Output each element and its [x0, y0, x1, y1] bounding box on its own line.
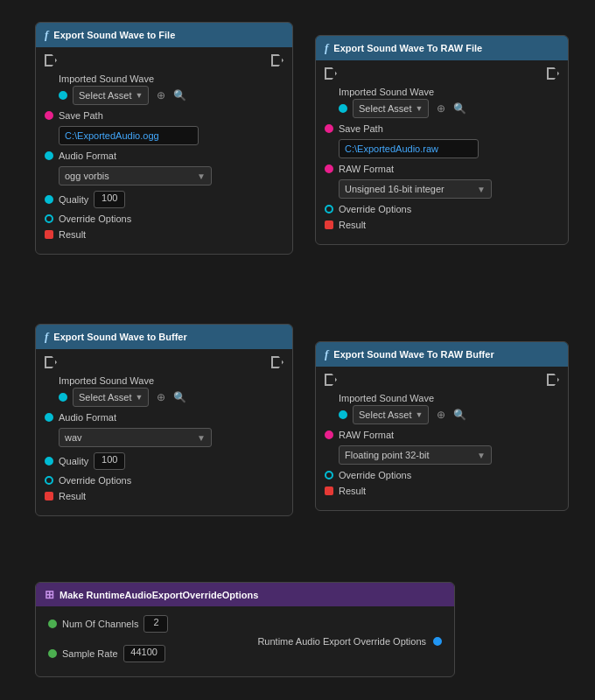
num-channels-label: Num Of Channels	[62, 619, 138, 629]
add-asset-button[interactable]: ⊕	[154, 88, 168, 102]
exec-in-pin	[45, 54, 57, 66]
exec-out-pin-2	[547, 67, 559, 80]
sample-rate-value: 44100	[123, 645, 165, 662]
result-row-2: Result	[325, 220, 559, 230]
exec-row-3	[45, 356, 284, 368]
raw-format-value-2: Floating point 32-bit	[345, 450, 430, 460]
raw-format-row-2: RAW Format	[325, 430, 559, 440]
audio-format-dropdown-2[interactable]: wav ▼	[59, 428, 212, 447]
override-options-row: Override Options	[45, 214, 284, 224]
add-asset-button-4[interactable]: ⊕	[434, 408, 448, 422]
quality-value: 100	[94, 191, 125, 208]
search-asset-button[interactable]: 🔍	[171, 88, 189, 102]
node-make-override-title: Make RuntimeAudioExportOverrideOptions	[60, 590, 258, 600]
function-icon-3: f	[45, 330, 48, 344]
result-label: Result	[59, 229, 86, 240]
num-channels-row: Num Of Channels 2	[48, 615, 168, 633]
result-pin-3	[45, 492, 53, 500]
search-asset-button-2[interactable]: 🔍	[451, 102, 469, 116]
sample-rate-pin	[48, 649, 57, 658]
node-export-file: f Export Sound Wave to File Imported Sou…	[35, 22, 293, 255]
select-asset-dropdown-2[interactable]: Select Asset ▼	[353, 99, 429, 118]
node-make-override-header: ⊞ Make RuntimeAudioExportOverrideOptions	[36, 583, 454, 606]
add-asset-button-3[interactable]: ⊕	[154, 390, 168, 404]
select-asset-row-2: Select Asset ▼ ⊕ 🔍	[339, 99, 559, 118]
exec-out-pin	[271, 54, 284, 66]
dropdown-arrow-icon: ▼	[136, 91, 144, 100]
imported-sound-wave-label: Imported Sound Wave	[59, 74, 284, 84]
quality-value-2: 100	[94, 452, 125, 470]
select-asset-label: Select Asset	[79, 90, 132, 101]
node-export-file-title: Export Sound Wave to File	[53, 30, 175, 40]
node-export-raw-file-header: f Export Sound Wave To RAW File	[316, 36, 568, 60]
sample-rate-row: Sample Rate 44100	[48, 645, 168, 662]
save-path-input[interactable]	[59, 126, 199, 145]
quality-label-2: Quality	[59, 456, 88, 466]
override-label-3: Override Options	[59, 475, 131, 486]
exec-in-pin-3	[45, 356, 57, 368]
override-options-row-3: Override Options	[45, 475, 284, 486]
node-export-raw-buffer: f Export Sound Wave To RAW Buffer Import…	[315, 341, 569, 511]
raw-format-arrow-icon: ▼	[477, 185, 486, 194]
sound-wave-pin-3	[59, 393, 67, 402]
search-asset-button-3[interactable]: 🔍	[171, 390, 189, 404]
raw-format-value: Unsigned 16-bit integer	[345, 184, 444, 194]
output-label: Runtime Audio Export Override Options	[257, 636, 426, 647]
select-asset-row-3: Select Asset ▼ ⊕ 🔍	[59, 388, 284, 407]
override-options-row-4: Override Options	[325, 470, 559, 480]
exec-row-2	[325, 67, 559, 80]
function-icon-2: f	[325, 41, 328, 55]
raw-format-pin-2	[325, 430, 333, 439]
node-export-raw-buffer-body: Imported Sound Wave Select Asset ▼ ⊕ 🔍 R…	[316, 367, 568, 510]
audio-format-label: Audio Format	[59, 150, 116, 161]
node-export-file-body: Imported Sound Wave Select Asset ▼ ⊕ 🔍 S…	[36, 47, 292, 254]
make-override-inputs: Num Of Channels 2 Sample Rate 44100	[48, 615, 168, 668]
raw-format-pin	[325, 164, 333, 173]
audio-format-dropdown[interactable]: ogg vorbis ▼	[59, 166, 212, 186]
raw-format-arrow-icon-2: ▼	[477, 451, 486, 460]
node-export-raw-file: f Export Sound Wave To RAW File Imported…	[315, 35, 569, 245]
function-icon-4: f	[325, 347, 328, 361]
override-pin	[45, 214, 53, 223]
asset-icon-group-4: ⊕ 🔍	[434, 408, 469, 422]
raw-format-dropdown[interactable]: Unsigned 16-bit integer ▼	[339, 179, 492, 199]
override-label: Override Options	[59, 214, 131, 224]
quality-pin	[45, 195, 53, 204]
audio-format-label-2: Audio Format	[59, 412, 116, 423]
node-export-raw-buffer-header: f Export Sound Wave To RAW Buffer	[316, 342, 568, 367]
audio-format-arrow-icon-2: ▼	[197, 433, 206, 443]
quality-label: Quality	[59, 194, 88, 205]
save-path-row-2: Save Path	[325, 123, 559, 134]
select-asset-row: Select Asset ▼ ⊕ 🔍	[59, 86, 284, 105]
raw-format-dropdown-2[interactable]: Floating point 32-bit ▼	[339, 445, 492, 465]
num-channels-value: 2	[144, 615, 168, 633]
select-asset-label-2: Select Asset	[359, 103, 412, 114]
override-pin-4	[325, 471, 333, 480]
sound-wave-pin	[59, 91, 67, 100]
search-asset-button-4[interactable]: 🔍	[451, 408, 469, 422]
imported-sound-wave-label-3: Imported Sound Wave	[59, 375, 284, 386]
result-label-2: Result	[339, 220, 366, 230]
output-pin	[433, 637, 442, 646]
select-asset-dropdown-4[interactable]: Select Asset ▼	[353, 405, 429, 424]
result-pin	[45, 230, 53, 239]
save-path-input-2[interactable]	[339, 139, 479, 158]
save-path-label-2: Save Path	[339, 123, 383, 134]
raw-format-label-2: RAW Format	[339, 430, 394, 440]
exec-row-4	[325, 374, 559, 386]
num-channels-pin	[48, 620, 57, 628]
result-label-4: Result	[339, 486, 366, 496]
select-asset-dropdown-3[interactable]: Select Asset ▼	[73, 388, 149, 407]
node-export-buffer-header: f Export Sound Wave to Buffer	[36, 325, 292, 349]
struct-icon: ⊞	[45, 588, 54, 601]
audio-format-value: ogg vorbis	[65, 171, 109, 181]
add-asset-button-2[interactable]: ⊕	[434, 102, 448, 116]
node-export-raw-buffer-title: Export Sound Wave To RAW Buffer	[333, 349, 494, 360]
audio-format-value-2: wav	[65, 432, 82, 443]
node-export-buffer: f Export Sound Wave to Buffer Imported S…	[35, 324, 293, 516]
asset-icon-group-2: ⊕ 🔍	[434, 102, 469, 116]
raw-format-dropdown-row: Unsigned 16-bit integer ▼	[339, 179, 559, 199]
audio-format-row: Audio Format	[45, 150, 284, 161]
dropdown-arrow-icon-4: ▼	[416, 410, 424, 419]
select-asset-dropdown[interactable]: Select Asset ▼	[73, 86, 149, 105]
